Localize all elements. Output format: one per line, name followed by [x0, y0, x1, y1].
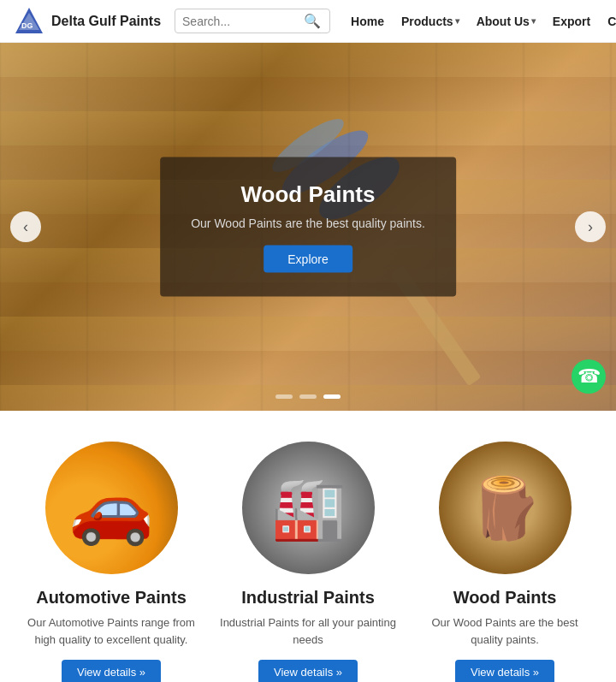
- brand-name: Delta Gulf Paints: [51, 14, 161, 29]
- card-title-industrial: Industrial Paints: [241, 588, 375, 608]
- hero-dots: [275, 394, 341, 399]
- cards-row: Automotive Paints Our Automotive Paints …: [17, 442, 599, 682]
- card-wood: Wood Paints Our Wood Paints are the best…: [415, 442, 595, 682]
- hero-dot-1[interactable]: [275, 394, 293, 399]
- logo-icon: DG: [14, 6, 44, 37]
- hero-subtitle: Our Wood Paints are the best quality pai…: [191, 216, 425, 230]
- card-image-industrial: [242, 442, 375, 574]
- cards-section: Automotive Paints Our Automotive Paints …: [0, 411, 616, 682]
- card-title-wood: Wood Paints: [453, 588, 557, 608]
- search-button[interactable]: 🔍: [302, 13, 323, 29]
- hero-dot-3[interactable]: [323, 394, 341, 399]
- prev-icon: ‹: [23, 218, 28, 236]
- whatsapp-icon: ☎: [578, 365, 601, 388]
- hero-next-button[interactable]: ›: [575, 211, 606, 242]
- hero-dot-2[interactable]: [299, 394, 317, 399]
- about-caret: ▾: [531, 16, 536, 26]
- products-caret: ▾: [455, 16, 459, 26]
- hero-prev-button[interactable]: ‹: [10, 211, 41, 242]
- card-desc-industrial: Industrial Paints for all your painting …: [218, 614, 398, 648]
- logo-area: DG Delta Gulf Paints: [14, 6, 161, 37]
- hero-cta-button[interactable]: Explore: [264, 246, 352, 273]
- hero-title: Wood Paints: [191, 181, 425, 208]
- navbar: DG Delta Gulf Paints 🔍 Home Products ▾ A…: [0, 0, 616, 43]
- card-image-wood: [439, 442, 572, 574]
- nav-item-contact-us[interactable]: Contact Us: [601, 9, 616, 33]
- card-image-automotive: [45, 442, 178, 574]
- hero-overlay: Wood Paints Our Wood Paints are the best…: [160, 157, 456, 297]
- card-industrial: Industrial Paints Industrial Paints for …: [218, 442, 398, 682]
- card-desc-automotive: Our Automotive Paints range from high qu…: [21, 614, 201, 648]
- hero-slider: ‹ Wood Paints Our Wood Paints are the be…: [0, 43, 616, 411]
- card-title-automotive: Automotive Paints: [36, 588, 187, 608]
- card-btn-automotive[interactable]: View details »: [62, 660, 161, 682]
- nav-item-home[interactable]: Home: [344, 9, 391, 33]
- nav-item-products[interactable]: Products ▾: [394, 9, 466, 33]
- card-automotive: Automotive Paints Our Automotive Paints …: [21, 442, 201, 682]
- card-btn-industrial[interactable]: View details »: [258, 660, 358, 682]
- nav-links: Home Products ▾ About Us ▾ Export Contac…: [344, 9, 616, 33]
- card-desc-wood: Our Wood Paints are the best quality pai…: [415, 614, 595, 648]
- search-input[interactable]: [182, 15, 302, 28]
- card-btn-wood[interactable]: View details »: [455, 660, 554, 682]
- svg-text:DG: DG: [21, 21, 33, 30]
- whatsapp-button[interactable]: ☎: [572, 359, 606, 394]
- nav-item-about-us[interactable]: About Us ▾: [470, 9, 542, 33]
- search-wrapper[interactable]: 🔍: [175, 9, 330, 33]
- nav-item-export[interactable]: Export: [546, 9, 597, 33]
- next-icon: ›: [588, 218, 593, 236]
- search-icon: 🔍: [304, 14, 321, 28]
